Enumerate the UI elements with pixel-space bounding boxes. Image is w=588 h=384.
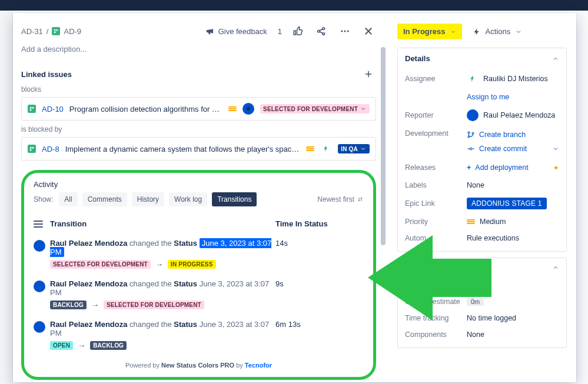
field-value: 0m (467, 298, 484, 306)
more-fields-toggle[interactable] (398, 258, 566, 277)
field-label: Original estimate (405, 298, 467, 306)
field-epic[interactable]: Epic Link ADDONIUS STAGE 1 (405, 193, 559, 213)
table-head: Transition Time In Status (34, 217, 364, 234)
transition-summary: Raul Pelaez Mendoza changed the Status J… (50, 279, 275, 297)
chevron-up-icon (552, 264, 559, 271)
give-feedback-button[interactable]: Give feedback (205, 26, 267, 36)
create-branch-link[interactable]: Create branch (467, 131, 559, 139)
priority-icon (306, 145, 314, 153)
user-name[interactable]: Raul Pelaez Mendoza (50, 320, 127, 329)
assignee-avatar (242, 103, 254, 115)
add-link-button[interactable] (361, 66, 376, 82)
breadcrumb-key-link[interactable]: AD-9 (64, 27, 81, 36)
tab-all[interactable]: All (59, 192, 77, 206)
epic-badge[interactable]: ADDONIUS STAGE 1 (467, 198, 547, 209)
status-transition: BACKLOG → SELECTED FOR DEVELOPMENT (50, 300, 275, 309)
arrow-icon: → (155, 260, 163, 269)
user-avatar (34, 240, 45, 252)
field-story-points[interactable]: Story Poin None (405, 277, 559, 293)
field-time-tracking[interactable]: Time tracking No time logged (405, 310, 559, 326)
bg-top-bar (0, 0, 588, 11)
transition-summary: Raul Pelaez Mendoza changed the Status J… (50, 239, 275, 256)
assign-to-me-row: Assign to me (405, 89, 559, 105)
chevron-down-icon[interactable] (552, 145, 559, 152)
status-text: SELECTED FOR DEVELOPMENT (263, 106, 358, 112)
field-reporter[interactable]: Reporter Raul Pelaez Mendoza (405, 105, 559, 125)
status-dropdown[interactable]: In Progress (397, 24, 462, 39)
field-label: Priority (405, 218, 467, 226)
share-button[interactable] (314, 24, 329, 39)
svg-point-15 (472, 132, 474, 134)
arrow-icon: → (78, 341, 85, 350)
chevron-up-icon (552, 55, 559, 62)
transition-row: Raul Pelaez Mendoza changed the Status J… (34, 315, 364, 356)
description-field[interactable]: Add a description... (21, 45, 376, 54)
status-label: In Progress (403, 27, 446, 36)
link-text: Create commit (479, 145, 527, 153)
actions-dropdown[interactable]: Actions (469, 24, 526, 39)
right-pane: In Progress Actions Details Assignee (388, 13, 576, 382)
field-labels[interactable]: Labels None (405, 177, 559, 193)
linked-issue-row[interactable]: AD-10 Program collision detection algori… (21, 97, 376, 121)
brand-link[interactable]: Tecnofor (245, 362, 272, 369)
commit-icon (467, 145, 475, 153)
linked-issue-status[interactable]: SELECTED FOR DEVELOPMENT (260, 104, 370, 113)
linked-issues-section: Linked issues (21, 66, 376, 82)
assignee-name: Rauliki DJ Misterios (483, 75, 548, 83)
linked-issue-key[interactable]: AD-10 (42, 105, 64, 113)
tab-history[interactable]: History (132, 192, 164, 206)
left-pane: AD-31 / AD-9 Give feedback 1 (13, 13, 388, 382)
field-assignee[interactable]: Assignee Rauliki DJ Misterios (405, 69, 559, 89)
sparkle-icon: ✦ (553, 163, 559, 172)
field-development: Development Create branch Create commit (405, 125, 559, 158)
status-actions-row: In Progress Actions (397, 24, 567, 39)
details-panel-toggle[interactable]: Details (398, 48, 566, 69)
tab-transitions[interactable]: Transitions (212, 192, 257, 206)
table-menu-button[interactable] (34, 219, 43, 228)
header-actions: Give feedback 1 (205, 24, 376, 39)
field-label: Autom (405, 234, 467, 242)
scrollbar[interactable] (380, 47, 387, 378)
user-name[interactable]: Raul Pelaez Mendoza (50, 279, 127, 288)
branch-icon (467, 131, 475, 139)
field-label: Development (405, 129, 467, 138)
linked-issue-row[interactable]: AD-8 Implement a dynamic camera system t… (21, 137, 376, 161)
transitions-table: Transition Time In Status Raul Pelaez Me… (34, 217, 364, 356)
create-commit-link[interactable]: Create commit (467, 145, 527, 153)
tab-worklog[interactable]: Work log (169, 192, 207, 206)
more-button[interactable] (337, 24, 353, 39)
field-components[interactable]: Components None (405, 326, 559, 343)
linked-issue-key[interactable]: AD-8 (42, 145, 59, 153)
add-deployment-link[interactable]: + Add deployment (467, 163, 529, 172)
sort-button[interactable]: Newest first (317, 195, 364, 203)
linked-issue-status[interactable]: IN QA (338, 144, 370, 153)
field-automation[interactable]: Autom Rule executions (405, 230, 559, 246)
svg-point-12 (470, 112, 476, 119)
megaphone-icon (205, 26, 215, 36)
field-priority[interactable]: Priority Medium (405, 213, 559, 230)
field-value: Medium (480, 218, 506, 226)
details-title: Details (405, 54, 430, 63)
breadcrumb-parent-link[interactable]: AD-31 (21, 27, 43, 36)
field-value: No time logged (467, 314, 559, 322)
status-to: IN PROGRESS (168, 260, 216, 269)
svg-point-9 (36, 243, 43, 249)
tab-comments[interactable]: Comments (82, 192, 127, 206)
close-button[interactable] (361, 24, 376, 39)
link-group-label: blocks (21, 85, 376, 94)
more-fields-panel: Story Poin None Original estimate 0m Tim… (397, 258, 567, 348)
field-label: Releases (405, 163, 467, 172)
assign-to-me-link[interactable]: Assign to me (467, 93, 559, 101)
user-name[interactable]: Raul Pelaez Mendoza (50, 239, 127, 248)
assignee-avatar (467, 73, 479, 85)
like-button[interactable] (290, 24, 305, 39)
field-original-estimate[interactable]: Original estimate 0m (405, 293, 559, 310)
issue-type-icon (28, 145, 36, 153)
time-in-status: 9s (275, 279, 364, 288)
user-avatar (34, 321, 45, 333)
give-feedback-label: Give feedback (218, 27, 267, 36)
actions-label: Actions (486, 27, 511, 36)
watchers-button[interactable]: 1 (275, 27, 282, 36)
chevron-down-icon (450, 29, 456, 35)
powered-by: Powered by New Status Colors PRO by Tecn… (34, 362, 364, 369)
